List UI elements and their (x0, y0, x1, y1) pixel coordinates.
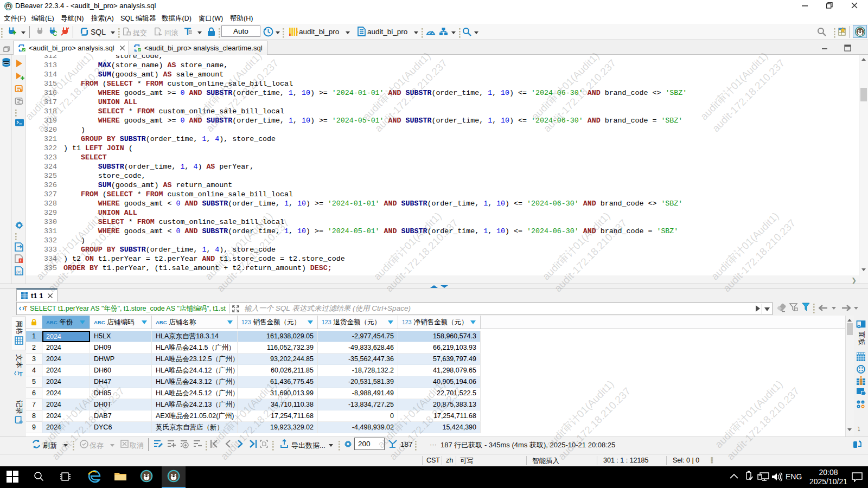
svg-text:T: T (24, 306, 27, 312)
svg-text:T: T (19, 371, 23, 377)
svg-text:(x): (x) (16, 269, 22, 274)
